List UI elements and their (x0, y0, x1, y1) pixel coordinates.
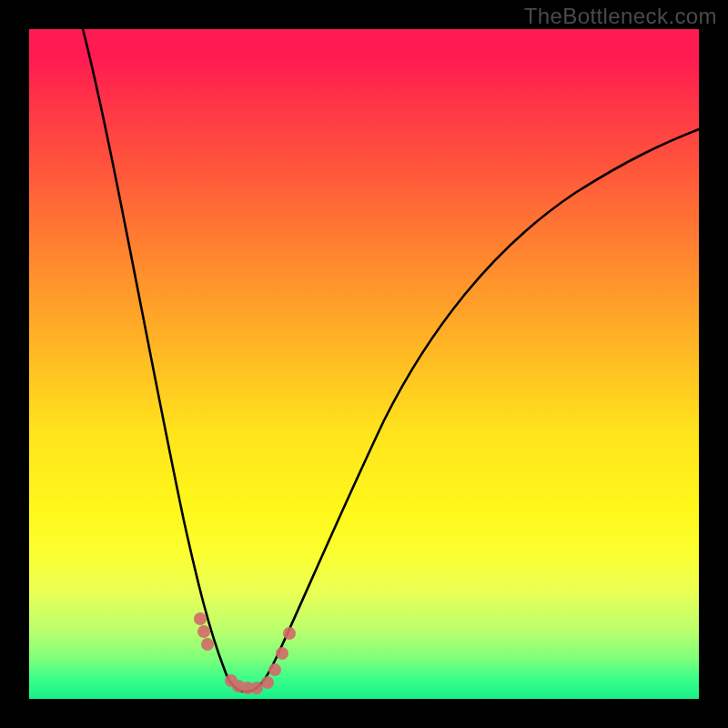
bottleneck-curve (83, 29, 699, 692)
plot-area (29, 29, 699, 699)
outer-frame: TheBottleneck.com (0, 0, 728, 728)
svg-point-6 (250, 682, 263, 694)
svg-point-9 (276, 647, 288, 660)
svg-point-7 (261, 676, 274, 689)
svg-point-10 (283, 627, 296, 640)
watermark-text: TheBottleneck.com (524, 4, 717, 29)
curve-layer (29, 29, 699, 699)
svg-point-8 (268, 663, 281, 676)
svg-point-2 (201, 638, 214, 651)
svg-point-1 (197, 625, 210, 638)
svg-point-0 (194, 612, 207, 625)
